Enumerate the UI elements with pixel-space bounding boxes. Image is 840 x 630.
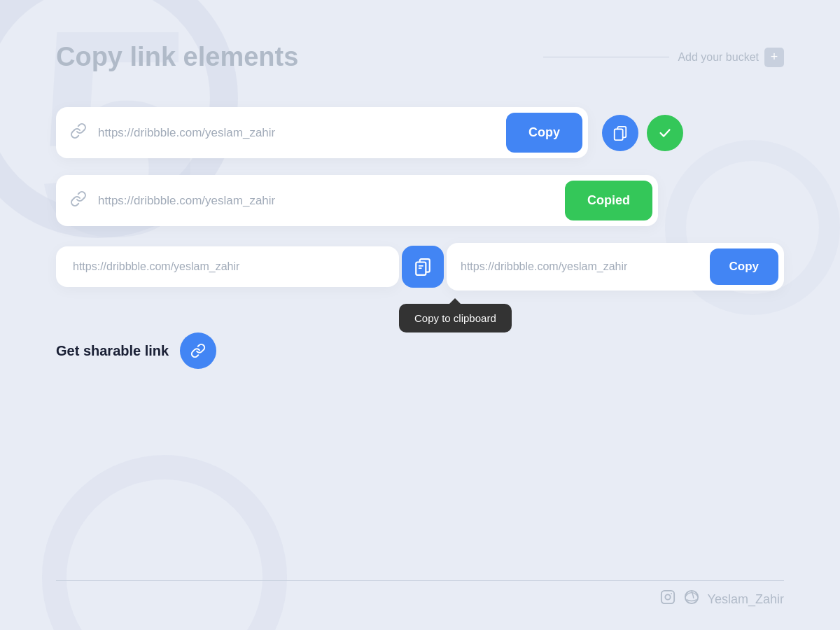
svg-rect-1: [615, 129, 623, 140]
sharable-link-button[interactable]: [180, 332, 216, 369]
footer: Yeslam_Zahir: [660, 589, 784, 609]
split-url-text-right: https://dribbble.com/yeslam_zahir: [461, 260, 699, 273]
footer-username: Yeslam_Zahir: [708, 592, 784, 607]
clipboard-tooltip: Copy to clipboard: [399, 304, 512, 332]
url-row-2: https://dribbble.com/yeslam_zahir Copied: [56, 175, 658, 226]
split-input-right: https://dribbble.com/yeslam_zahir Copy: [447, 243, 784, 290]
svg-point-6: [671, 593, 672, 594]
sharable-link-row: Get sharable link: [56, 332, 784, 369]
bg-shape-2: [42, 455, 287, 630]
instagram-icon: [660, 589, 676, 609]
sharable-link-label: Get sharable link: [56, 343, 169, 359]
url-row-1-wrapper: https://dribbble.com/yeslam_zahir Copy: [56, 107, 784, 158]
url-text-2: https://dribbble.com/yeslam_zahir: [98, 194, 565, 208]
check-icon-button[interactable]: [647, 115, 683, 151]
url-text-1: https://dribbble.com/yeslam_zahir: [98, 126, 506, 140]
split-copy-button[interactable]: Copy: [710, 248, 779, 285]
dribbble-icon: [684, 589, 699, 609]
add-bucket-icon: +: [764, 48, 784, 67]
add-bucket-label: Add your bucket: [678, 51, 759, 64]
header-right: Add your bucket +: [543, 48, 784, 67]
split-url-text-left: https://dribbble.com/yeslam_zahir: [73, 260, 382, 273]
clipboard-center-button[interactable]: [402, 246, 444, 288]
split-row-wrapper: https://dribbble.com/yeslam_zahir https:…: [56, 243, 784, 290]
page-title: Copy link elements: [56, 42, 298, 72]
header: Copy link elements Add your bucket +: [56, 42, 784, 72]
split-row: https://dribbble.com/yeslam_zahir https:…: [56, 243, 784, 290]
url-row-1: https://dribbble.com/yeslam_zahir Copy: [56, 107, 588, 158]
icon-buttons-1: [602, 115, 683, 151]
svg-rect-4: [661, 591, 673, 603]
split-input-left: https://dribbble.com/yeslam_zahir: [56, 246, 399, 287]
link-icon-1: [70, 122, 87, 144]
header-divider: [543, 57, 669, 57]
copy-button-1[interactable]: Copy: [506, 113, 582, 153]
svg-point-5: [665, 594, 670, 599]
clipboard-icon-button[interactable]: [602, 115, 638, 151]
copied-button-2[interactable]: Copied: [565, 181, 652, 220]
footer-divider: [56, 580, 784, 581]
add-bucket-button[interactable]: Add your bucket +: [678, 48, 784, 67]
link-icon-2: [70, 190, 87, 211]
